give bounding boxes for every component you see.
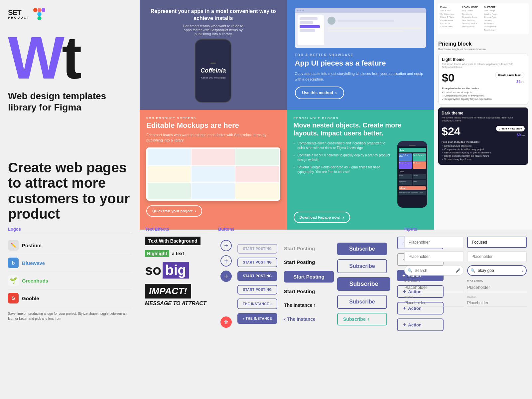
tablet-cell-8 [192,183,235,199]
footer-col-learn-title: LEARN MORE [462,6,482,8]
footer-mock-grid: Footer Take a TourOur CustomersPricing &… [440,6,526,32]
light-unlimited: $9/mo [516,80,524,84]
instance-label-2: THE INSTANCE [246,317,272,320]
search-field-1: 🔍 🎤 [404,265,464,276]
search-input-1[interactable] [404,266,464,276]
light-cta-button[interactable]: Create a new team [495,72,524,78]
caption-input-1[interactable] [404,299,464,307]
browser-content-line-1 [328,27,422,29]
logo-row: SET PRODUCT [8,8,132,20]
ios-cell-4: Blockchain [413,161,426,169]
instance-btn-1[interactable]: THE INSTANCE › [237,299,277,309]
pricing-card-dark: Dark theme For smart teams who want to r… [438,107,528,165]
big-t: t [62,28,80,88]
pricing-sub: Purchase single or business license [438,48,528,51]
material-label-2: MATERIAL [467,279,527,282]
caption-label-1: Caption [404,296,464,299]
text-effect-impact: Impact! message to attract [145,284,207,306]
card-salmon: FOR PRODUCT SCREENS Editable Mockups are… [140,110,287,230]
sidebar-line-2 [300,21,313,24]
logo-item-greenbuds: 🌱 Greenbuds [8,272,132,290]
ghost-btn-3[interactable]: Start Posting [284,271,334,283]
ghost-btn-4[interactable]: Start Posting [284,287,334,296]
outline-btn-4[interactable]: START POSTING [237,285,277,295]
teal-content-row: • Components-driven constrained and incr… [294,141,428,208]
ios-news-grid: Notion Top Re... Washington Chtlng... [399,174,426,185]
ios-row-1: Tech [399,148,426,152]
subscribe-btn-2[interactable]: Subscribe [337,259,387,273]
buttons-title: Buttons [218,227,394,234]
subscribe-teal-label: Subscribe [343,316,366,322]
search-input-2[interactable] [467,265,527,276]
card-purple-title: Represent your apps in a most convenient… [148,8,279,22]
dark-cta-button[interactable]: Create a new team [496,126,525,131]
input-placeholder-2[interactable] [404,251,464,262]
instance-chevron-left: ‹ [284,316,286,322]
instance-arrow-1: › [270,301,272,306]
subscribe-btn-4[interactable]: Subscribe [337,295,387,309]
plus-button-3[interactable]: + [220,271,232,282]
inputs-grid: 🔍 🎤 🔍 › MATERIAL MATERIAL Caption [404,237,527,307]
ghost-instance-btn[interactable]: The Instance › [284,300,334,310]
search-icon-1: 🔍 [408,268,413,273]
subscribe-teal-arrow: › [368,316,369,322]
instance-btn-2[interactable]: ‹ THE INSTANCE [237,313,277,324]
plus-button-2[interactable]: + [220,255,232,267]
ios-phone-notch [409,145,416,146]
buttons-columns: + + + 🗑 START POSTING START POSTING STAR… [218,237,394,331]
big-wt-logo: W t [8,28,132,88]
ghost-instance-btn-2[interactable]: ‹ The Instance [284,314,334,324]
caption-field-1: Caption [404,296,464,307]
footer-mock: Footer Take a TourOur CustomersPricing &… [438,3,529,34]
text-impact-box: Impact! [145,284,191,299]
footer-col-footer-items: Take a TourOur CustomersPricing & PlansC… [440,9,460,29]
plus-button-1[interactable]: + [220,240,232,251]
input-placeholder-3[interactable] [467,251,527,262]
subscribe-btn-teal[interactable]: Subscribe › [337,313,387,325]
footer-col-footer: Footer Take a TourOur CustomersPricing &… [440,6,460,32]
footer-col-support: SUPPORT Web DesignLanding PagesDesktop A… [484,6,504,32]
ios-cell-1: Apple Talking News [399,153,412,161]
search-field-2: 🔍 › [467,265,527,276]
ios-cell-2: Sports Olympics [413,153,426,161]
input-focused[interactable] [467,237,527,248]
input-placeholder-1[interactable] [404,237,464,248]
card-blue-cta-button[interactable]: Use this method [295,87,344,99]
footer-mock-section: Footer Take a TourOur CustomersPricing &… [434,0,532,38]
text-message-display: message to attract [145,300,207,306]
dark-theme-label: Dark theme [442,111,525,115]
subscribe-btn-3[interactable]: Subscribe [337,277,390,291]
col-ghost-btns: Start Posting Start Posting Start Postin… [284,244,334,324]
ghost-btn-2[interactable]: Start Posting [284,257,334,267]
dark-features: ✓ Limited amount of projects ✓ Component… [442,145,525,161]
dark-price: $24 [442,125,461,138]
ghost-btn-1[interactable]: Start Posting [284,244,334,253]
card-teal: RESCALABLE BLOCKS Move nested objects. C… [287,110,434,230]
caption-input-2[interactable] [467,299,527,307]
outline-btn-2[interactable]: START POSTING [237,258,277,267]
phone-notch [210,63,216,64]
greenbuds-name: Greenbuds [22,278,48,284]
inputs-title: Inputs [404,227,527,234]
ios-phone-content: Tech Apple Talking News Sports Olympics … [397,146,427,197]
left-panel: SET PRODUCT W t Web design templates lib… [0,0,140,230]
phone-app-sub: Keeps you motivated [201,76,226,79]
text-rest-display: a text [172,251,184,256]
outline-btn-3[interactable]: START POSTING [237,271,277,281]
trash-button[interactable]: 🗑 [220,316,232,328]
ios-news-3: Washington [399,180,412,185]
subscribe-btn-1[interactable]: Subscribe [337,243,387,255]
text-bg-display: Text With Background [145,237,200,245]
tablet-cell-9 [235,183,279,199]
outline-btn-1[interactable]: START POSTING [237,244,277,254]
teal-bullet-3: • Several Google Fonts declared as Figma… [294,165,394,174]
card-salmon-label: FOR PRODUCT SCREENS [146,116,280,120]
material-input-1[interactable] [404,283,464,292]
inputs-panel: Inputs 🔍 🎤 🔍 › MATERIAL [399,220,532,399]
card-salmon-cta-button[interactable]: Quickstart your project [146,205,202,217]
ios-news-4: Chtlng... [413,180,426,185]
ios-phone-bar [397,141,427,146]
logo-item-bluewave: b Bluewave [8,254,132,272]
material-input-2[interactable] [467,283,527,292]
cta-headline: Create web pages to attract more custome… [8,160,132,222]
